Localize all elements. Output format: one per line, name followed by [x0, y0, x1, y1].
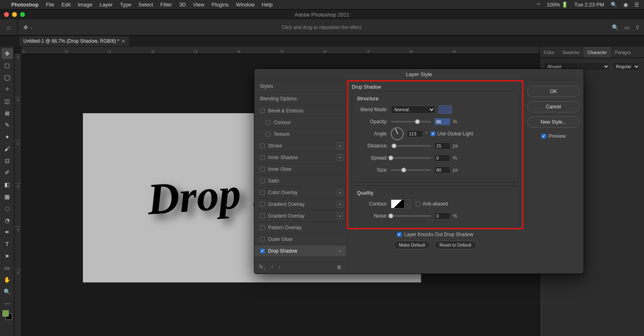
contour-dropdown-icon[interactable]: ⌄ [405, 199, 410, 208]
move-down-icon[interactable]: ↓ [278, 264, 281, 270]
style-checkbox[interactable] [260, 155, 265, 160]
gradient-tool[interactable]: ▦ [2, 191, 13, 202]
distance-slider[interactable] [391, 145, 431, 147]
tab-paragraph[interactable]: Paragra [611, 47, 635, 58]
healing-brush-tool[interactable]: ✦ [2, 132, 13, 142]
color-swatches[interactable] [2, 310, 12, 320]
menubar-type[interactable]: Type [120, 2, 131, 8]
style-checkbox[interactable] [260, 225, 265, 230]
menubar-layer[interactable]: Layer [99, 2, 113, 8]
noise-input[interactable] [434, 212, 450, 220]
add-style-icon[interactable]: + [337, 154, 343, 161]
style-checkbox[interactable] [260, 143, 265, 148]
type-tool[interactable]: T [2, 239, 13, 249]
ok-button[interactable]: OK [527, 86, 580, 97]
move-up-icon[interactable]: ↑ [271, 264, 273, 270]
use-global-light-checkbox[interactable]: ✔ [431, 131, 436, 136]
menubar-file[interactable]: File [46, 2, 54, 8]
style-checkbox[interactable] [260, 237, 265, 242]
style-checkbox[interactable] [266, 120, 270, 125]
add-style-icon[interactable]: + [337, 189, 343, 196]
reset-default-button[interactable]: Reset to Default [434, 241, 477, 249]
tab-swatches[interactable]: Swatche [558, 47, 583, 58]
history-brush-tool[interactable]: ✐ [2, 168, 13, 178]
angle-input[interactable] [407, 130, 423, 137]
distance-input[interactable] [434, 142, 450, 149]
style-item-texture[interactable]: Texture [254, 129, 347, 140]
style-checkbox[interactable] [260, 178, 265, 183]
style-checkbox[interactable] [260, 202, 265, 207]
menubar-window[interactable]: Window [236, 2, 254, 8]
opacity-slider[interactable] [391, 121, 431, 122]
add-style-icon[interactable]: + [337, 143, 343, 149]
magic-wand-tool[interactable]: ✧ [2, 84, 13, 95]
menubar-app[interactable]: Photoshop [11, 2, 39, 8]
blend-mode-select[interactable]: Normal [391, 106, 435, 114]
minimize-window-button[interactable] [12, 12, 17, 17]
style-checkbox[interactable] [266, 132, 270, 137]
eraser-tool[interactable]: ◧ [2, 179, 13, 190]
cancel-button[interactable]: Cancel [527, 101, 580, 112]
menubar-filter[interactable]: Filter [160, 2, 172, 8]
style-item-gradient-overlay[interactable]: Gradient Overlay+ [254, 199, 347, 210]
trash-icon[interactable]: 🗑 [337, 264, 342, 270]
font-style-select[interactable]: Regular [612, 62, 640, 71]
spotlight-icon[interactable]: 🔍 [611, 2, 617, 8]
style-checkbox[interactable]: ✔ [260, 249, 265, 253]
path-selection-tool[interactable]: ➤ [2, 251, 13, 261]
menubar-edit[interactable]: Edit [62, 2, 70, 8]
style-item-gradient-overlay[interactable]: Gradient Overlay+ [254, 210, 347, 222]
style-item-inner-glow[interactable]: Inner Glow [254, 164, 347, 175]
control-center-icon[interactable]: ☰ [634, 2, 639, 8]
close-tab-icon[interactable]: × [122, 38, 125, 44]
dodge-tool[interactable]: ◔ [2, 215, 13, 226]
anti-aliased-checkbox[interactable] [416, 201, 421, 206]
menubar-help[interactable]: Help [262, 2, 273, 8]
style-item-color-overlay[interactable]: Color Overlay+ [254, 187, 347, 199]
styles-header[interactable]: Styles [254, 80, 347, 93]
style-item-satin[interactable]: Satin [254, 175, 347, 187]
blur-tool[interactable]: ◌ [2, 203, 13, 214]
wifi-icon[interactable]: ⌔ [537, 2, 540, 8]
add-style-icon[interactable]: + [337, 248, 343, 254]
fx-icon[interactable]: fx⌄ [259, 264, 266, 270]
size-slider[interactable] [391, 169, 431, 171]
menubar-3d[interactable]: 3D [179, 2, 186, 8]
workspace-icon[interactable]: ▭ [624, 24, 630, 31]
make-default-button[interactable]: Make Default [394, 241, 430, 249]
lasso-tool[interactable]: ◯ [2, 72, 13, 83]
knocks-out-checkbox[interactable]: ✔ [397, 232, 402, 237]
style-checkbox[interactable] [260, 214, 265, 218]
spread-slider[interactable] [391, 157, 431, 159]
blending-options-button[interactable]: Blending Options [254, 93, 347, 105]
document-tab[interactable]: Untitled-1 @ 66.7% (Drop Shadow, RGB/8) … [19, 36, 129, 46]
add-style-icon[interactable]: + [337, 201, 343, 207]
angle-dial[interactable] [391, 127, 404, 140]
style-item-pattern-overlay[interactable]: Pattern Overlay [254, 222, 347, 234]
style-checkbox[interactable] [260, 108, 265, 113]
foreground-color[interactable] [2, 310, 9, 317]
style-item-outer-glow[interactable]: Outer Glow [254, 234, 347, 245]
style-checkbox[interactable] [260, 190, 265, 195]
spread-input[interactable] [434, 154, 450, 162]
menubar-image[interactable]: Image [78, 2, 92, 8]
share-icon[interactable]: ⇧ [635, 24, 640, 31]
size-input[interactable] [434, 166, 450, 174]
marquee-tool[interactable]: ▢ [2, 60, 13, 71]
tab-character[interactable]: Character [584, 47, 611, 58]
siri-icon[interactable]: ◉ [623, 2, 628, 8]
clone-stamp-tool[interactable]: ⊡ [2, 156, 13, 166]
zoom-window-button[interactable] [20, 12, 25, 17]
pen-tool[interactable]: ✒ [2, 227, 13, 237]
noise-slider[interactable] [391, 215, 431, 217]
brush-tool[interactable]: 🖌 [2, 144, 13, 154]
zoom-tool[interactable]: 🔍 [2, 286, 13, 297]
move-tool[interactable]: ✥ [2, 48, 13, 59]
menubar-plugins[interactable]: Plugins [212, 2, 229, 8]
menubar-select[interactable]: Select [138, 2, 153, 8]
style-item-stroke[interactable]: Stroke+ [254, 140, 347, 152]
style-item-drop-shadow[interactable]: ✔Drop Shadow+ [254, 245, 347, 257]
add-style-icon[interactable]: + [337, 213, 343, 219]
style-item-bevel-emboss[interactable]: Bevel & Emboss [254, 105, 347, 117]
close-window-button[interactable] [4, 12, 9, 17]
